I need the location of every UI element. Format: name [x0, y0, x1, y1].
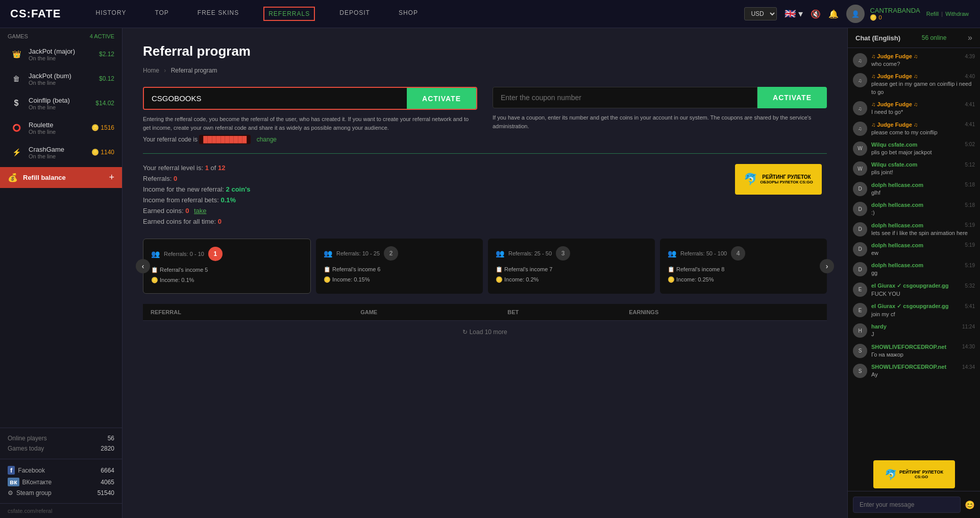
steam-count: 51540 — [97, 489, 114, 497]
chat-msg-content: dolph hellcase.com 5:18 glhf — [871, 182, 975, 197]
chat-msg-user[interactable]: ♫ Judge Fudge ♫ — [871, 53, 918, 59]
chat-msg-user[interactable]: ♫ Judge Fudge ♫ — [871, 122, 918, 128]
main-content: Referral program Home › Referral program… — [122, 28, 847, 518]
chat-avatar: W — [853, 161, 867, 176]
nav-top[interactable]: TOP — [151, 7, 173, 21]
sidebar-item-crashgame[interactable]: ⚡ CrashGame On the line 🪙 1140 — [0, 140, 122, 164]
sidebar-item-jackpot-major[interactable]: 👑 JackPot (major) On the line $2.12 — [0, 42, 122, 66]
coinflip-info: Coinflip (beta) On the line — [29, 97, 95, 110]
chat-msg-time: 5:32 — [965, 283, 975, 289]
chat-msg-user[interactable]: dolph hellcase.com — [871, 262, 923, 268]
crashgame-amount: 🪙 1140 — [91, 149, 114, 156]
nav-referrals[interactable]: REFERRALS — [263, 7, 315, 21]
logo[interactable]: CS:FATE — [10, 7, 61, 20]
ref-code-input[interactable] — [144, 88, 407, 109]
coupon-box: ACTIVATE If you have a coupon, enter its… — [493, 87, 827, 143]
breadcrumb-home[interactable]: Home — [143, 67, 159, 74]
roulette-name: Roulette — [29, 121, 91, 129]
users-icon-3: 👥 — [496, 249, 504, 257]
chat-msg-user[interactable]: el Giurax ✓ csgoupgrader.gg — [871, 282, 948, 289]
coupon-activate-button[interactable]: ACTIVATE — [757, 87, 827, 108]
notification-icon[interactable]: 🔔 — [828, 9, 839, 19]
referrals-value: 0 — [174, 175, 177, 182]
chat-msg-user[interactable]: Wilqu csfate.com — [871, 142, 917, 148]
ref-activate-button[interactable]: ACTIVATE — [407, 88, 476, 109]
chat-banner-image: 🐬 РЕЙТИНГ РУЛЕТОК CS:GO — [873, 460, 955, 488]
sidebar-item-coinflip[interactable]: $ Coinflip (beta) On the line $14.02 — [0, 91, 122, 115]
language-selector[interactable]: 🇬🇧 ▾ — [785, 8, 803, 19]
refill-link[interactable]: Refill — [926, 11, 939, 17]
steam-row[interactable]: ⚙ Steam group 51540 — [8, 488, 114, 498]
chat-message: H hardy 11:24 J — [853, 323, 975, 338]
chat-msg-header: dolph hellcase.com 5:18 — [871, 182, 975, 188]
carousel-prev-button[interactable]: ‹ — [136, 259, 150, 273]
nav-free-skins[interactable]: FREE SKINS — [193, 7, 243, 21]
chat-msg-header: el Giurax ✓ csgoupgrader.gg 5:32 — [871, 282, 975, 289]
chat-expand-icon[interactable]: » — [968, 33, 972, 42]
chat-msg-header: dolph hellcase.com 5:19 — [871, 242, 975, 248]
facebook-row[interactable]: f Facebook 6664 — [8, 464, 114, 476]
earned-all-value: 0 — [218, 218, 222, 225]
username: CANTRABANDA — [870, 7, 920, 14]
chat-msg-header: ♫ Judge Fudge ♫ 4:39 — [871, 53, 975, 59]
chat-msg-header: dolph hellcase.com 5:19 — [871, 222, 975, 228]
level-card-2-body: 📋 Referral's income 6 🪙 Income: 0.15% — [324, 265, 475, 285]
vk-row[interactable]: вк ВКонтакте 4065 — [8, 476, 114, 488]
refill-withdraw-links: Refill | Withdraw — [925, 11, 970, 17]
withdraw-link[interactable]: Withdraw — [945, 11, 969, 17]
chat-msg-text: plis joint! — [871, 169, 975, 176]
nav-shop[interactable]: SHOP — [395, 7, 422, 21]
take-link[interactable]: take — [194, 207, 207, 215]
level-card-3: 👥 Referrals: 25 - 50 3 📋 Referral's inco… — [488, 239, 655, 294]
chat-msg-user[interactable]: dolph hellcase.com — [871, 222, 923, 228]
jackpot-bum-icon: 🗑 — [9, 72, 23, 86]
change-code-link[interactable]: change — [257, 136, 277, 143]
chat-msg-time: 5:12 — [965, 162, 975, 168]
chat-msg-user[interactable]: hardy — [871, 323, 887, 329]
ref-level-line: Your referral level is: 1 of 12 — [143, 164, 720, 172]
chat-msg-user[interactable]: SHOWLIVEFORCEDROP.net — [871, 364, 946, 370]
nav-deposit[interactable]: DEPOSIT — [335, 7, 374, 21]
level-current: 1 — [205, 164, 209, 172]
chat-msg-user[interactable]: dolph hellcase.com — [871, 242, 923, 248]
emoji-icon[interactable]: 😊 — [965, 500, 975, 510]
chat-message: S SHOWLIVEFORCEDROP.net 14:30 Го на мажо… — [853, 344, 975, 359]
jackpot-major-info: JackPot (major) On the line — [29, 48, 99, 61]
chat-msg-header: hardy 11:24 — [871, 323, 975, 329]
mute-icon[interactable]: 🔇 — [811, 9, 821, 19]
chat-msg-user[interactable]: ♫ Judge Fudge ♫ — [871, 73, 918, 79]
avatar: 👤 — [846, 5, 865, 23]
level-1-referrals-label: Referrals: 0 - 10 — [164, 251, 204, 257]
chat-msg-user[interactable]: el Giurax ✓ csgoupgrader.gg — [871, 303, 948, 310]
chat-msg-user[interactable]: Wilqu csfate.com — [871, 161, 917, 168]
chat-avatar: E — [853, 303, 867, 317]
nav-history[interactable]: HISTORY — [91, 7, 130, 21]
chat-input[interactable] — [853, 497, 961, 513]
refill-balance-button[interactable]: 💰 Refill balance + — [0, 167, 122, 188]
chat-msg-user[interactable]: SHOWLIVEFORCEDROP.net — [871, 344, 946, 350]
chat-msg-text: plis go bet major jackpot — [871, 149, 975, 156]
level-4-referrals-label: Referrals: 50 - 100 — [680, 250, 727, 256]
carousel-next-button[interactable]: › — [820, 259, 834, 273]
coupon-input[interactable] — [493, 87, 757, 108]
chat-msg-time: 14:30 — [962, 344, 975, 349]
chat-msg-user[interactable]: dolph hellcase.com — [871, 202, 923, 208]
chat-msg-user[interactable]: ♫ Judge Fudge ♫ — [871, 101, 918, 107]
chat-header: Chat (English) 56 online » — [848, 28, 980, 48]
chat-message: ♫ ♫ Judge Fudge ♫ 4:41 I need to go* — [853, 101, 975, 116]
chat-msg-user[interactable]: dolph hellcase.com — [871, 182, 923, 188]
coupon-row: ACTIVATE — [493, 87, 827, 108]
chat-msg-header: Wilqu csfate.com 5:02 — [871, 142, 975, 148]
sidebar-item-roulette[interactable]: ⭕ Roulette On the line 🪙 1516 — [0, 115, 122, 140]
chat-msg-text: please come to my coinflip — [871, 129, 975, 136]
load-more-button[interactable]: ↻ Load 10 more — [143, 321, 827, 343]
currency-selector[interactable]: USD — [744, 7, 777, 20]
chat-avatar: D — [853, 242, 867, 256]
chat-avatar: W — [853, 142, 867, 156]
referral-code-box: ACTIVATE Entering the refferal code, you… — [143, 87, 477, 143]
chat-message: D dolph hellcase.com 5:19 gg — [853, 262, 975, 277]
sidebar-item-jackpot-bum[interactable]: 🗑 JackPot (bum) On the line $0.12 — [0, 66, 122, 91]
breadcrumb: Home › Referral program — [143, 67, 827, 74]
level-3-referrals-label: Referrals: 25 - 50 — [508, 250, 552, 256]
level-3-income: 📋 Referral's income 7 — [496, 265, 647, 275]
